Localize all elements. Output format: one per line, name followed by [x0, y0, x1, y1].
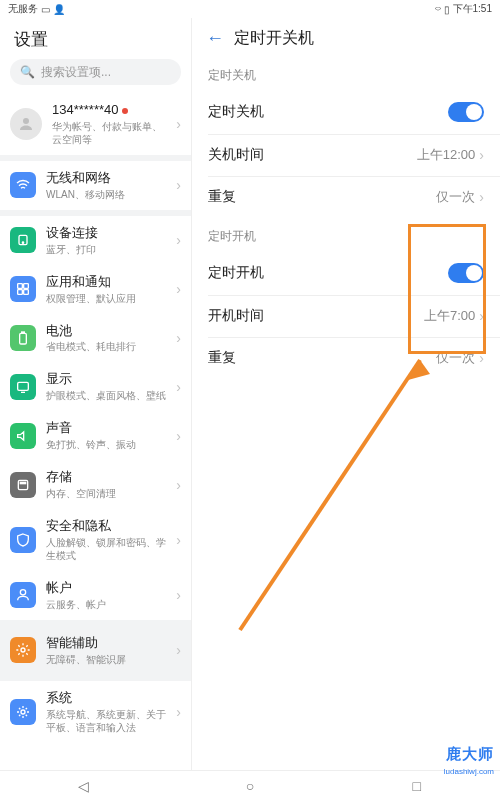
sidebar-item-sub: WLAN、移动网络 [46, 188, 166, 201]
back-button[interactable]: ← [206, 28, 224, 49]
row-off-time[interactable]: 关机时间 上午12:00› [192, 134, 500, 176]
on-switch-label: 定时开机 [208, 264, 264, 282]
watermark-text: 鹿大师 [446, 745, 494, 764]
sidebar-item-label: 帐户 [46, 580, 166, 597]
search-input[interactable]: 🔍 搜索设置项... [10, 59, 181, 85]
svg-point-2 [22, 242, 23, 243]
svg-rect-3 [18, 284, 23, 289]
svg-point-12 [20, 590, 25, 595]
row-off-repeat[interactable]: 重复 仅一次› [192, 176, 500, 218]
sidebar-item-sub: 内存、空间清理 [46, 487, 166, 500]
sidebar-item-sub: 蓝牙、打印 [46, 243, 166, 256]
nav-recent-button[interactable]: □ [406, 778, 428, 794]
sidebar-item-label: 设备连接 [46, 225, 166, 242]
off-repeat-value: 仅一次 [436, 188, 475, 206]
sidebar-item-security[interactable]: 安全和隐私人脸解锁、锁屏和密码、学生模式› [0, 509, 191, 571]
wifi-icon [10, 172, 36, 198]
sidebar-item-sub: 免打扰、铃声、振动 [46, 438, 166, 451]
sidebar-item-sub: 权限管理、默认应用 [46, 292, 166, 305]
sim-icon: ▭ [41, 4, 50, 15]
svg-rect-11 [20, 482, 25, 483]
sidebar-item-sub: 护眼模式、桌面风格、壁纸 [46, 389, 166, 402]
svg-rect-4 [24, 284, 29, 289]
settings-title: 设置 [0, 18, 191, 59]
chevron-right-icon: › [176, 232, 181, 248]
account-title: 134******40 [52, 102, 166, 119]
account-icon [10, 582, 36, 608]
storage-icon [10, 472, 36, 498]
sidebar-item-storage[interactable]: 存储内存、空间清理› [0, 460, 191, 509]
chevron-right-icon: › [176, 587, 181, 603]
chevron-right-icon: › [176, 116, 181, 132]
chevron-right-icon: › [176, 642, 181, 658]
sidebar-item-accessibility[interactable]: 智能辅助无障碍、智能识屏› [0, 626, 191, 675]
sidebar-item-device[interactable]: 设备连接蓝牙、打印› [0, 216, 191, 265]
sidebar-item-label: 安全和隐私 [46, 518, 166, 535]
search-icon: 🔍 [20, 65, 35, 79]
search-placeholder: 搜索设置项... [41, 64, 111, 81]
display-icon [10, 374, 36, 400]
status-bar: 无服务 ▭ 👤 ⌔ ▯ 下午1:51 [0, 0, 500, 18]
sidebar-item-sub: 云服务、帐户 [46, 598, 166, 611]
svg-rect-6 [24, 290, 29, 295]
off-switch-label: 定时关机 [208, 103, 264, 121]
chevron-right-icon: › [176, 281, 181, 297]
on-time-label: 开机时间 [208, 307, 264, 325]
chevron-right-icon: › [176, 532, 181, 548]
sidebar-item-battery[interactable]: 电池省电模式、耗电排行› [0, 314, 191, 363]
sidebar-item-label: 电池 [46, 323, 166, 340]
off-time-value: 上午12:00 [417, 146, 476, 164]
chevron-right-icon: › [176, 379, 181, 395]
chevron-right-icon: › [479, 189, 484, 205]
chevron-right-icon: › [176, 177, 181, 193]
chevron-right-icon: › [176, 330, 181, 346]
nav-back-button[interactable]: ◁ [72, 778, 94, 794]
sidebar-item-system[interactable]: 系统系统导航、系统更新、关于平板、语言和输入法› [0, 681, 191, 743]
nav-bar: ◁ ○ □ [0, 770, 500, 800]
sidebar-item-sub: 人脸解锁、锁屏和密码、学生模式 [46, 536, 166, 562]
detail-pane: ← 定时开关机 定时关机 定时关机 关机时间 上午12:00› 重复 仅一次› … [192, 18, 500, 770]
user-icon: 👤 [53, 4, 65, 15]
svg-point-13 [21, 648, 25, 652]
wifi-icon: ⌔ [435, 4, 441, 15]
sidebar-item-display[interactable]: 显示护眼模式、桌面风格、壁纸› [0, 362, 191, 411]
svg-rect-7 [20, 333, 27, 344]
detail-header: ← 定时开关机 [192, 18, 500, 57]
nav-home-button[interactable]: ○ [239, 778, 261, 794]
account-sub: 华为帐号、付款与账单、云空间等 [52, 120, 166, 146]
sidebar-item-label: 智能辅助 [46, 635, 166, 652]
chevron-right-icon: › [479, 147, 484, 163]
sound-icon [10, 423, 36, 449]
settings-list[interactable]: 134******40 华为帐号、付款与账单、云空间等 › 无线和网络WLAN、… [0, 93, 191, 770]
sidebar-item-sub: 省电模式、耗电排行 [46, 340, 166, 353]
off-repeat-label: 重复 [208, 188, 236, 206]
off-toggle[interactable] [448, 102, 484, 122]
sidebar-item-sub: 系统导航、系统更新、关于平板、语言和输入法 [46, 708, 166, 734]
svg-rect-8 [22, 332, 25, 333]
system-icon [10, 699, 36, 725]
battery-icon: ▯ [444, 4, 450, 15]
service-text: 无服务 [8, 2, 38, 16]
status-right: ⌔ ▯ 下午1:51 [435, 2, 492, 16]
section-off-head: 定时关机 [192, 57, 500, 90]
detail-title: 定时开关机 [234, 28, 314, 49]
on-repeat-label: 重复 [208, 349, 236, 367]
annotation-highlight [408, 224, 486, 354]
sidebar-item-apps[interactable]: 应用和通知权限管理、默认应用› [0, 265, 191, 314]
chevron-right-icon: › [176, 477, 181, 493]
sidebar-item-sound[interactable]: 声音免打扰、铃声、振动› [0, 411, 191, 460]
accessibility-icon [10, 637, 36, 663]
sidebar-item-label: 存储 [46, 469, 166, 486]
watermark-url: ludashiwj.com [444, 767, 494, 776]
avatar-icon [10, 108, 42, 140]
sidebar-item-account[interactable]: 帐户云服务、帐户› [0, 571, 191, 620]
settings-sidebar: 设置 🔍 搜索设置项... 134******40 华为帐号、付款与账单、云空间… [0, 18, 192, 770]
sidebar-item-label: 声音 [46, 420, 166, 437]
sidebar-item-wifi[interactable]: 无线和网络WLAN、移动网络› [0, 161, 191, 210]
security-icon [10, 527, 36, 553]
sidebar-item-label: 显示 [46, 371, 166, 388]
apps-icon [10, 276, 36, 302]
row-off-switch[interactable]: 定时关机 [192, 90, 500, 134]
chevron-right-icon: › [176, 428, 181, 444]
account-item[interactable]: 134******40 华为帐号、付款与账单、云空间等 › [0, 93, 191, 155]
